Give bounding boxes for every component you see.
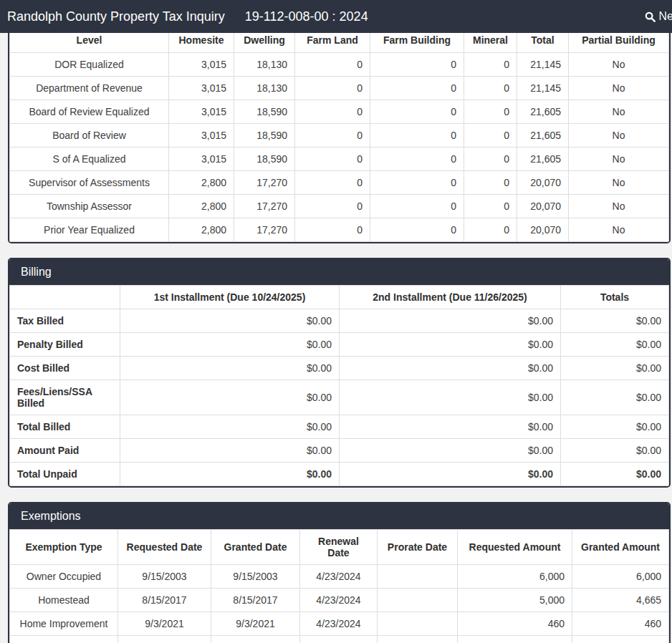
table-row: Fees/Liens/SSA Billed$0.00$0.00$0.00 [10,380,669,415]
table-cell: 2,800 [169,218,234,242]
exemptions-body: Owner Occupied9/15/20039/15/20034/23/202… [10,565,669,643]
table-cell: Tax Billed [10,309,120,333]
table-cell: $0.00 [120,333,340,357]
table-cell: $0.00 [120,380,340,415]
table-cell: $0.00 [120,309,340,333]
table-cell: 20,070 [517,195,569,218]
billing-header-row: 1st Installment (Due 10/24/2025)2nd Inst… [10,286,669,309]
table-cell [378,589,458,612]
app-title: Randolph County Property Tax Inquiry [7,9,225,24]
table-cell: DOR Equalized [10,53,169,77]
column-header: Requested Amount [458,530,572,565]
exemptions-section-title: Exemptions [21,510,81,522]
exemptions-panel: Exemptions Exemption TypeRequested DateG… [8,502,671,643]
table-cell: 0 [295,77,370,100]
table-cell: 21,145 [517,77,569,100]
table-cell: 0 [458,636,572,643]
table-cell: 0 [370,53,464,77]
table-row: Board of Review3,01518,59000021,605No [10,124,669,148]
table-cell: $0.00 [561,357,669,380]
top-navbar: Randolph County Property Tax Inquiry 19-… [0,0,672,33]
table-cell: 17,270 [234,218,295,242]
table-cell [378,636,458,643]
table-row: Senior Freeze4/26/20244/26/20244/26/2024… [10,636,669,643]
table-cell: 5,000 [458,589,572,612]
table-cell: 4/26/2024 [300,636,378,643]
table-cell: 18,130 [234,77,295,100]
table-cell: 0 [295,195,370,218]
column-header: Totals [561,286,669,309]
table-row: Department of Revenue3,01518,13000021,14… [10,77,669,100]
table-cell: 0 [464,124,517,148]
table-cell: 9/15/2003 [211,565,300,589]
column-header: Exemption Type [10,530,118,565]
table-cell: $0.00 [561,380,669,415]
column-header: 1st Installment (Due 10/24/2025) [120,286,340,309]
table-cell: 18,130 [234,53,295,77]
table-cell: 0 [464,53,517,77]
table-cell: Fees/Liens/SSA Billed [10,380,120,415]
table-cell: 17,270 [234,195,295,218]
table-row: Cost Billed$0.00$0.00$0.00 [10,357,669,380]
table-cell: 21,605 [517,124,569,148]
table-row: Total Billed$0.00$0.00$0.00 [10,415,669,439]
table-cell: S of A Equalized [10,148,169,171]
search-icon [645,11,656,22]
table-row: DOR Equalized3,01518,13000021,145No [10,53,669,77]
parcel-year-label: 19-112-008-00 : 2024 [245,9,368,24]
table-cell: 4/23/2024 [300,612,378,636]
table-cell: No [569,218,669,242]
table-cell: $0.00 [120,463,340,486]
table-row: Tax Billed$0.00$0.00$0.00 [10,309,669,333]
table-row: Owner Occupied9/15/20039/15/20034/23/202… [10,565,669,589]
table-row: Township Assessor2,80017,27000020,070No [10,195,669,218]
table-cell: $0.00 [561,309,669,333]
table-cell: 460 [458,612,572,636]
billing-body: Tax Billed$0.00$0.00$0.00Penalty Billed$… [10,309,669,486]
table-cell: Department of Revenue [10,77,169,100]
table-cell: No [569,171,669,195]
table-cell: $0.00 [340,439,561,463]
column-header: Requested Date [118,530,211,565]
table-cell: 0 [295,53,370,77]
table-cell: $0.00 [561,439,669,463]
table-cell: 9/3/2021 [118,612,211,636]
table-row: Amount Paid$0.00$0.00$0.00 [10,439,669,463]
table-cell [378,565,458,589]
billing-section-title: Billing [21,266,52,278]
table-cell: $0.00 [561,333,669,357]
table-row: Penalty Billed$0.00$0.00$0.00 [10,333,669,357]
table-cell: 21,145 [517,53,569,77]
table-cell: 17,270 [234,171,295,195]
table-cell: 0 [464,77,517,100]
table-row: Board of Review Equalized3,01518,5900002… [10,100,669,124]
table-cell: 0 [370,171,464,195]
table-cell: Owner Occupied [10,565,118,589]
table-cell: Penalty Billed [10,333,120,357]
table-cell: 20,070 [517,218,569,242]
table-cell: Total Billed [10,415,120,439]
table-cell: 0 [295,148,370,171]
table-cell: $0.00 [340,357,561,380]
table-cell: 9/3/2021 [211,612,300,636]
table-cell: 0 [464,100,517,124]
exemptions-header-row: Exemption TypeRequested DateGranted Date… [10,530,669,565]
assessments-panel: LevelHomesiteDwellingFarm LandFarm Build… [8,26,671,243]
new-search-link[interactable]: Ne [645,0,672,33]
table-cell: 460 [572,612,669,636]
table-row: Prior Year Equalized2,80017,27000020,070… [10,218,669,242]
table-cell: 4/26/2024 [118,636,211,643]
table-cell: Homestead [10,589,118,612]
table-cell: Amount Paid [10,439,120,463]
table-row: Supervisor of Assessments2,80017,2700002… [10,171,669,195]
table-cell: 4/23/2024 [300,589,378,612]
exemptions-table: Exemption TypeRequested DateGranted Date… [9,529,669,643]
table-cell: No [569,77,669,100]
table-cell: 0 [464,148,517,171]
table-cell: $0.00 [340,309,561,333]
page-content: LevelHomesiteDwellingFarm LandFarm Build… [0,26,672,643]
table-cell: No [569,148,669,171]
table-cell: 0 [464,218,517,242]
table-cell: 0 [370,77,464,100]
column-header [10,286,120,309]
